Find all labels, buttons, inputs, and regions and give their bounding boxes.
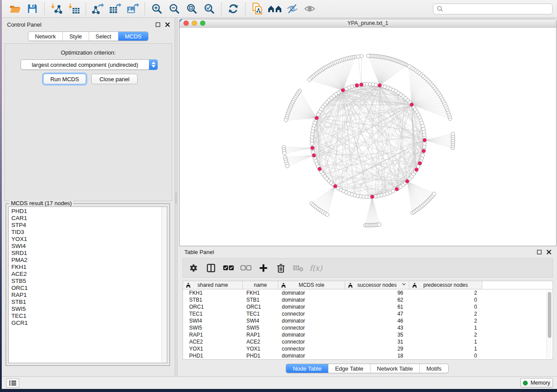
first-neighbors-button[interactable] <box>266 1 284 16</box>
memory-status-icon <box>523 381 528 385</box>
mcds-result-item[interactable]: CAR1 <box>11 215 160 222</box>
search-input[interactable] <box>443 6 549 12</box>
table-settings-button[interactable] <box>187 261 200 275</box>
add-column-button[interactable] <box>257 261 270 275</box>
zoom-selected-button[interactable] <box>201 1 218 16</box>
table-row[interactable]: RAP1RAP1dominator352 <box>183 331 553 338</box>
memory-button[interactable]: Memory <box>520 378 553 388</box>
run-mcds-button[interactable]: Run MCDS <box>43 74 86 84</box>
search-box[interactable] <box>433 3 553 14</box>
column-layout-button[interactable] <box>205 261 217 275</box>
network-window-titlebar[interactable]: YPA_prune.txt_1 <box>180 19 556 28</box>
network-canvas[interactable] <box>180 28 556 246</box>
table-cell: 46 <box>345 317 409 324</box>
zoom-in-button[interactable] <box>148 1 166 16</box>
tab-edge-table[interactable]: Edge Table <box>329 364 370 373</box>
save-session-button[interactable] <box>24 1 41 16</box>
result-list-scrollbar[interactable] <box>161 207 167 363</box>
column-header-name[interactable]: name <box>243 281 278 289</box>
zoom-out-button[interactable] <box>166 1 183 16</box>
mcds-result-item[interactable]: PMA2 <box>11 257 160 264</box>
node-table: shared name name MCDS role successor nod… <box>183 281 553 360</box>
zoom-fit-button[interactable] <box>183 1 201 16</box>
mcds-result-item[interactable]: GCR1 <box>11 320 160 327</box>
tab-mcds[interactable]: MCDS <box>118 32 148 41</box>
deselect-all-icon <box>240 264 252 272</box>
mcds-result-item[interactable]: ACE2 <box>11 271 160 278</box>
table-cell: 96 <box>345 289 409 296</box>
table-cell: dominator <box>278 296 345 303</box>
mcds-result-item[interactable]: TID3 <box>11 229 160 236</box>
float-table-panel-icon[interactable] <box>535 248 543 255</box>
delete-column-button[interactable] <box>275 261 287 275</box>
close-table-panel-icon[interactable] <box>545 248 553 255</box>
clone-network-button[interactable] <box>249 1 266 16</box>
zoom-fit-icon <box>186 3 197 14</box>
table-row[interactable]: ORC1ORC1dominator610 <box>183 303 553 310</box>
table-scrollbar[interactable] <box>547 290 552 358</box>
table-row[interactable]: YOX1YOX1connector291 <box>183 345 553 352</box>
float-panel-icon[interactable] <box>154 21 162 28</box>
mcds-result-item[interactable]: FKH1 <box>11 264 160 271</box>
table-toolbar: f(x) <box>183 258 553 278</box>
refresh-button[interactable] <box>225 1 242 16</box>
table-row[interactable]: FKH1FKH1dominator962 <box>183 289 553 296</box>
table-cell: PHD1 <box>243 352 278 359</box>
toolbar-separator <box>86 3 86 15</box>
export-network-button[interactable] <box>89 1 107 16</box>
table-cell: 1 <box>409 338 482 345</box>
mcds-result-item[interactable]: STB1 <box>11 299 160 306</box>
tab-node-table[interactable]: Node Table <box>286 364 329 373</box>
mcds-result-item[interactable]: STP4 <box>11 222 160 229</box>
table-cell: ORC1 <box>183 303 243 310</box>
export-table-button[interactable] <box>107 1 124 16</box>
task-history-button[interactable] <box>6 378 19 388</box>
mcds-result-item[interactable]: YOX1 <box>11 236 160 243</box>
show-all-button[interactable] <box>301 1 318 16</box>
tab-network[interactable]: Network <box>28 32 63 41</box>
optimization-criterion-select[interactable]: largest connected component (undirected) <box>21 59 158 70</box>
mcds-result-item[interactable]: RAP1 <box>11 292 160 299</box>
export-image-icon <box>127 3 139 14</box>
table-row[interactable]: TEC1TEC1connector472 <box>183 310 553 317</box>
tab-style[interactable]: Style <box>63 32 89 41</box>
mcds-result-item[interactable]: ORC1 <box>11 285 160 292</box>
column-header-successor-nodes[interactable]: successor nodes <box>345 281 409 289</box>
tab-motifs[interactable]: Motifs <box>420 364 448 373</box>
column-header-mcds-role[interactable]: MCDS role <box>278 281 345 289</box>
column-header-predecessor-nodes[interactable]: predecessor nodes <box>409 281 482 289</box>
first-neighbors-icon <box>268 3 282 14</box>
tab-network-table[interactable]: Network Table <box>370 364 420 373</box>
select-all-rows-button[interactable] <box>222 261 235 275</box>
mcds-result-item[interactable]: SRD1 <box>11 250 160 257</box>
tab-select[interactable]: Select <box>89 32 118 41</box>
import-network-button[interactable] <box>48 1 65 16</box>
close-panel-button[interactable]: Close panel <box>91 74 138 84</box>
mcds-result-item[interactable]: TEC1 <box>11 313 160 320</box>
table-cell: ACE2 <box>243 338 278 345</box>
import-table-button[interactable] <box>65 1 83 16</box>
table-cell: FKH1 <box>243 289 278 296</box>
table-row[interactable]: SWI5SWI5connector431 <box>183 324 553 331</box>
hide-selected-button[interactable] <box>284 1 301 16</box>
splitter-grip[interactable] <box>175 193 177 204</box>
table-row[interactable]: SWI4SWI4dominator462 <box>183 317 553 324</box>
mcds-result-list[interactable]: PHD1CAR1STP4TID3YOX1SWI4SRD1PMA2FKH1ACE2… <box>8 206 167 363</box>
mcds-result-item[interactable]: STB5 <box>11 278 160 285</box>
toolbar-separator <box>221 3 221 15</box>
mcds-result-item[interactable]: SWI4 <box>11 243 160 250</box>
table-cell: 29 <box>345 345 409 352</box>
table-row[interactable]: PHD1PHD1dominator180 <box>183 352 553 359</box>
table-scrollbar-thumb[interactable] <box>548 292 551 338</box>
table-row[interactable]: STB1STB1dominator620 <box>183 296 553 303</box>
sort-descending-icon <box>402 283 406 285</box>
mcds-result-item[interactable]: PHD1 <box>11 208 160 215</box>
column-header-shared-name[interactable]: shared name <box>183 281 243 289</box>
mcds-result-group: MCDS result (17 nodes) PHD1CAR1STP4TID3Y… <box>6 203 170 366</box>
export-image-button[interactable] <box>124 1 142 16</box>
close-panel-icon[interactable] <box>163 21 171 28</box>
table-row[interactable]: ACE2ACE2connector311 <box>183 338 553 345</box>
deselect-all-rows-button[interactable] <box>240 261 252 275</box>
open-file-button[interactable] <box>6 1 24 16</box>
mcds-result-item[interactable]: SWI5 <box>11 306 160 313</box>
